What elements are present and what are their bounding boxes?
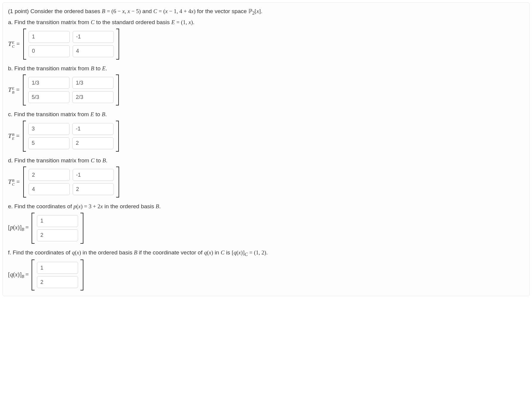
label-T-B-C: TBC= bbox=[8, 178, 21, 186]
matrix-b-cell-12[interactable] bbox=[72, 77, 113, 89]
intro-line-2: a. Find the transition matrix from C to … bbox=[8, 18, 524, 27]
matrix-a bbox=[23, 29, 119, 60]
matrix-c-cell-11[interactable] bbox=[28, 123, 69, 135]
vector-f-cell-2[interactable] bbox=[37, 276, 78, 288]
part-a-equation: TEC= bbox=[8, 29, 524, 60]
matrix-b-cell-11[interactable] bbox=[28, 77, 69, 89]
part-c-prompt: c. Find the transition matrix from E to … bbox=[8, 110, 524, 119]
matrix-c-cell-12[interactable] bbox=[72, 123, 113, 135]
vector-f bbox=[32, 259, 83, 290]
vector-f-cell-1[interactable] bbox=[37, 262, 78, 274]
part-e-equation: [p(x)]B= bbox=[8, 213, 524, 244]
label-T-E-B: TEB= bbox=[8, 86, 21, 94]
part-f-equation: [q(x)]B= bbox=[8, 259, 524, 290]
matrix-b-cell-22[interactable] bbox=[72, 91, 113, 103]
matrix-a-cell-12[interactable] bbox=[73, 31, 114, 43]
vector-e-cell-1[interactable] bbox=[37, 215, 78, 227]
part-b-equation: TEB= bbox=[8, 74, 524, 105]
label-T-E-C: TEC= bbox=[8, 40, 21, 48]
part-e-prompt: e. Find the coordinates of p(x) = 3 + 2x… bbox=[8, 202, 524, 211]
matrix-c-cell-22[interactable] bbox=[72, 137, 113, 149]
matrix-c bbox=[23, 121, 119, 152]
matrix-b bbox=[23, 74, 119, 105]
part-f-prompt: f. Find the coordinates of q(x) in the o… bbox=[8, 248, 524, 258]
vector-e-cell-2[interactable] bbox=[37, 229, 78, 241]
label-qx-B: [q(x)]B= bbox=[8, 271, 30, 279]
label-T-B-E: TBE= bbox=[8, 132, 21, 140]
part-c-equation: TBE= bbox=[8, 121, 524, 152]
matrix-a-cell-22[interactable] bbox=[73, 45, 114, 57]
matrix-d bbox=[23, 167, 119, 198]
matrix-c-cell-21[interactable] bbox=[28, 137, 69, 149]
matrix-d-cell-21[interactable] bbox=[29, 183, 70, 195]
part-b-prompt: b. Find the transition matrix from B to … bbox=[8, 64, 524, 73]
intro-line-1: (1 point) Consider the ordered bases B =… bbox=[8, 7, 524, 17]
matrix-d-cell-12[interactable] bbox=[73, 169, 114, 181]
matrix-a-cell-11[interactable] bbox=[29, 31, 70, 43]
matrix-d-cell-11[interactable] bbox=[29, 169, 70, 181]
matrix-b-cell-21[interactable] bbox=[28, 91, 69, 103]
vector-e bbox=[32, 213, 83, 244]
part-d-equation: TBC= bbox=[8, 167, 524, 198]
matrix-a-cell-21[interactable] bbox=[29, 45, 70, 57]
part-d-prompt: d. Find the transition matrix from C to … bbox=[8, 156, 524, 165]
matrix-d-cell-22[interactable] bbox=[73, 183, 114, 195]
label-px-B: [p(x)]B= bbox=[8, 224, 30, 232]
problem-panel: (1 point) Consider the ordered bases B =… bbox=[2, 2, 530, 296]
